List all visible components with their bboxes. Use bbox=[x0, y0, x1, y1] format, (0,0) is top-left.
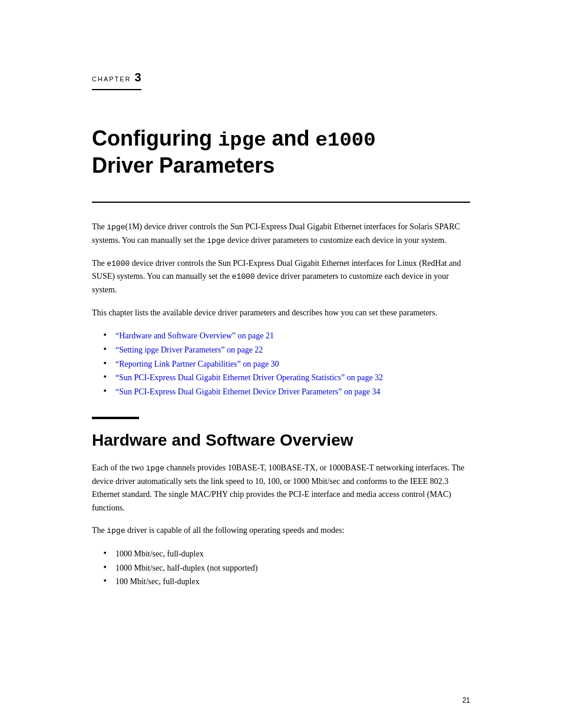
speed-list: 1000 Mbit/sec, full-duplex 1000 Mbit/sec… bbox=[104, 547, 470, 589]
section-rule bbox=[92, 417, 139, 419]
intro-para1-mono2: ipge bbox=[207, 236, 225, 245]
chapter-label: CHAPTER bbox=[92, 75, 131, 83]
intro-para1-after2: device driver parameters to customize ea… bbox=[225, 236, 446, 245]
toc-link-3[interactable]: “Reporting Link Partner Capabilities” on… bbox=[115, 360, 279, 368]
chapter-label-area: CHAPTER3 bbox=[92, 71, 141, 90]
section-title: Hardware and Software Overview bbox=[92, 431, 470, 450]
speed-item-3: 100 Mbit/sec, full-duplex bbox=[104, 575, 470, 589]
section-para2-after: driver is capable of all the following o… bbox=[125, 526, 344, 535]
page: CHAPTER3 Configuring ipge and e1000 Driv… bbox=[0, 0, 562, 728]
section-para2: The ipge driver is capable of all the fo… bbox=[92, 524, 470, 538]
intro-para2-mono2: e1000 bbox=[232, 272, 255, 281]
toc-item-4: “Sun PCI-Express Dual Gigabit Ethernet D… bbox=[104, 371, 470, 385]
chapter-title-part1: Configuring bbox=[92, 126, 218, 150]
title-rule bbox=[92, 202, 470, 203]
chapter-number: 3 bbox=[135, 71, 141, 84]
chapter-title-part2: and bbox=[266, 126, 316, 150]
intro-para3: This chapter lists the available device … bbox=[92, 307, 470, 319]
chapter-title-mono2: e1000 bbox=[316, 129, 376, 151]
toc-item-3: “Reporting Link Partner Capabilities” on… bbox=[104, 357, 470, 371]
speed-item-3-text: 100 Mbit/sec, full-duplex bbox=[115, 577, 200, 586]
toc-item-1: “Hardware and Software Overview” on page… bbox=[104, 329, 470, 343]
intro-para1-mono1: ipge bbox=[107, 223, 125, 232]
toc-link-4[interactable]: “Sun PCI-Express Dual Gigabit Ethernet D… bbox=[115, 373, 383, 382]
intro-para2: The e1000 device driver controls the Sun… bbox=[92, 257, 470, 297]
chapter-title: Configuring ipge and e1000 Driver Parame… bbox=[92, 126, 470, 178]
toc-link-5[interactable]: “Sun PCI-Express Dual Gigabit Ethernet D… bbox=[115, 387, 380, 396]
chapter-title-part3: Driver Parameters bbox=[92, 153, 275, 177]
speed-item-1: 1000 Mbit/sec, full-duplex bbox=[104, 547, 470, 561]
intro-para1: The ipge(1M) device driver controls the … bbox=[92, 220, 470, 248]
intro-para2-mono1: e1000 bbox=[107, 259, 130, 268]
section-para2-before: The bbox=[92, 526, 107, 535]
toc-link-1[interactable]: “Hardware and Software Overview” on page… bbox=[115, 331, 274, 340]
section-para1-before: Each of the two bbox=[92, 463, 146, 472]
toc-link-2[interactable]: “Setting ipge Driver Parameters” on page… bbox=[115, 345, 263, 354]
page-number: 21 bbox=[462, 696, 470, 704]
section-para1: Each of the two ipge channels provides 1… bbox=[92, 462, 470, 515]
speed-item-1-text: 1000 Mbit/sec, full-duplex bbox=[115, 549, 204, 558]
section-para1-mono: ipge bbox=[146, 464, 164, 473]
intro-para1-before: The bbox=[92, 222, 107, 231]
toc-item-5: “Sun PCI-Express Dual Gigabit Ethernet D… bbox=[104, 385, 470, 399]
speed-item-2-text: 1000 Mbit/sec, half-duplex (not supporte… bbox=[115, 564, 257, 572]
toc-list: “Hardware and Software Overview” on page… bbox=[104, 329, 470, 399]
toc-item-2: “Setting ipge Driver Parameters” on page… bbox=[104, 343, 470, 357]
intro-para2-before: The bbox=[92, 259, 107, 268]
speed-item-2: 1000 Mbit/sec, half-duplex (not supporte… bbox=[104, 561, 470, 575]
content-area: CHAPTER3 Configuring ipge and e1000 Driv… bbox=[0, 0, 562, 634]
section-para2-mono: ipge bbox=[107, 526, 125, 535]
chapter-title-mono1: ipge bbox=[218, 129, 266, 151]
